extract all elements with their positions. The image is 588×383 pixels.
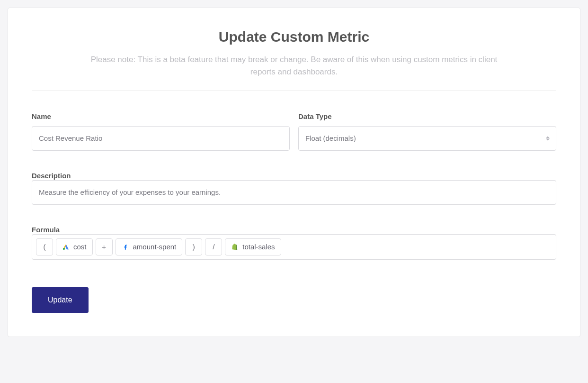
formula-metric-token[interactable]: cost	[56, 238, 93, 255]
description-field-group: Description	[32, 172, 556, 205]
description-input[interactable]	[32, 180, 556, 205]
formula-token-label: total-sales	[242, 243, 275, 251]
formula-metric-token[interactable]: amount-spent	[116, 238, 183, 255]
data-type-select[interactable]: Float (decimals)	[298, 126, 556, 151]
formula-metric-token[interactable]: total-sales	[225, 238, 281, 255]
header-divider	[32, 90, 556, 91]
formula-token-label: cost	[73, 243, 87, 251]
custom-metric-card: Update Custom Metric Please note: This i…	[8, 8, 580, 337]
formula-input[interactable]: (cost+amount-spent)/total-sales	[32, 234, 556, 260]
formula-field-group: Formula (cost+amount-spent)/total-sales	[32, 226, 556, 260]
svg-point-0	[63, 248, 65, 250]
formula-operator-token[interactable]: (	[36, 238, 53, 255]
row-name-type: Name Data Type Float (decimals)	[32, 112, 556, 151]
facebook-icon	[122, 243, 129, 251]
beta-note: Please note: This is a beta feature that…	[90, 54, 498, 79]
name-input[interactable]	[32, 126, 290, 151]
data-type-field-group: Data Type Float (decimals)	[298, 112, 556, 151]
description-label: Description	[32, 172, 71, 180]
page-title: Update Custom Metric	[32, 29, 556, 45]
formula-label: Formula	[32, 226, 60, 234]
data-type-select-wrapper: Float (decimals)	[298, 126, 556, 151]
formula-token-label: amount-spent	[133, 243, 177, 251]
shopify-icon	[231, 243, 239, 251]
google-ads-icon	[62, 243, 70, 251]
formula-operator-token[interactable]: )	[185, 238, 202, 255]
formula-operator-token[interactable]: +	[96, 238, 113, 255]
update-button[interactable]: Update	[32, 287, 89, 313]
formula-operator-token[interactable]: /	[205, 238, 222, 255]
data-type-label: Data Type	[298, 112, 556, 120]
name-field-group: Name	[32, 112, 290, 151]
name-label: Name	[32, 112, 290, 120]
